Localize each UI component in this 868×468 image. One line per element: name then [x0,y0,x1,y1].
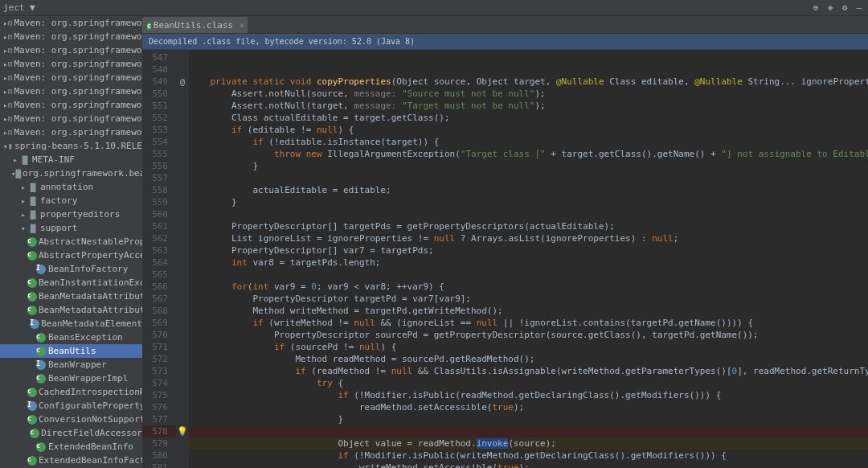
editor-tabs: c BeanUtils.class × [142,16,868,34]
tree-item[interactable]: cBeanMetadataAttribute [0,289,142,303]
line-number[interactable]: 566 [142,281,176,293]
line-number[interactable]: 576 [142,401,176,413]
tree-item[interactable]: cBeanInstantiationException [0,276,142,289]
gutter-glyph[interactable]: @ [180,77,185,86]
tree-item[interactable]: cBeanWrapperImpl [0,372,142,385]
line-number[interactable]: 562 [142,232,176,244]
tree-item[interactable]: ▸mMaven: org.springframework:spring-aop:… [0,112,142,125]
project-tree-panel: ▸mMaven: org.springframework.boot:spring… [0,16,142,468]
line-number[interactable]: 549 [142,76,176,88]
line-number[interactable]: 555 [142,148,176,160]
close-icon[interactable]: × [240,21,244,30]
line-number[interactable]: 547 [142,51,176,64]
project-tree[interactable]: ▸mMaven: org.springframework.boot:spring… [0,16,142,468]
line-number[interactable]: 558 [142,184,176,196]
tree-item[interactable]: cAbstractPropertyAccessor [0,248,142,262]
tree-item[interactable]: cExtendedBeanInfoFactory [0,454,142,467]
tree-item[interactable]: cAbstractNestablePropertyAccessor [0,235,142,248]
tree-item[interactable]: ▸mMaven: org.springframework.plugin:spri… [0,43,142,57]
tree-item[interactable]: cBeanMetadataAttributeAccessor [0,303,142,317]
line-number[interactable]: 572 [142,353,176,365]
line-number[interactable]: 556 [142,160,176,172]
line-number[interactable]: 569 [142,317,176,329]
line-number[interactable]: 554 [142,136,176,148]
line-number[interactable]: 560 [142,208,176,220]
line-number[interactable]: 564 [142,257,176,269]
project-dropdown[interactable]: ject ▼ [3,2,35,13]
tree-item[interactable]: cCachedIntrospectionResults [0,385,142,399]
tree-item[interactable]: IBeanInfoFactory [0,262,142,276]
line-number[interactable]: 575 [142,389,176,401]
expand-icon[interactable]: ✥ [825,2,836,14]
line-number[interactable]: 565 [142,269,176,281]
line-number[interactable]: 552 [142,112,176,124]
code-editor[interactable]: 5475485495505515525535545555565575585595… [142,50,868,468]
tree-item[interactable]: cBeanUtils [0,344,142,358]
locate-icon[interactable]: ⊕ [810,2,821,14]
tree-item[interactable]: ▸▇propertyeditors [0,207,142,221]
line-number[interactable]: 567 [142,293,176,305]
collapse-icon[interactable]: — [854,2,865,14]
gutter-glyphs: @💡 [176,50,189,468]
tree-item[interactable]: ▸▇META-INF [0,153,142,166]
line-number[interactable]: 573 [142,365,176,377]
tree-item[interactable]: ▸mMaven: org.springframework.cloud:sprin… [0,30,142,43]
line-number[interactable]: 574 [142,377,176,389]
decompiled-banner: Decompiled .class file, bytecode version… [142,34,868,50]
tree-item[interactable]: IBeanMetadataElement [0,317,142,330]
line-number[interactable]: 563 [142,244,176,257]
line-number[interactable]: 577 [142,413,176,425]
line-number[interactable]: 559 [142,196,176,208]
tab-label: BeanUtils.class [154,20,233,31]
tree-item[interactable]: ▸mMaven: org.springframework.boot:spring… [0,16,142,30]
gear-icon[interactable]: ⚙ [839,2,850,14]
line-number[interactable]: 561 [142,220,176,232]
tree-item[interactable]: ▸mMaven: org.springframework.security:sp… [0,84,142,98]
gutter-glyph[interactable]: 💡 [177,426,188,437]
tree-item[interactable]: IBeanWrapper [0,358,142,372]
tree-item[interactable]: ▸mMaven: org.springframework.security:sp… [0,57,142,71]
tree-item[interactable]: cExtendedBeanInfo [0,440,142,454]
tree-item[interactable]: ▾▮spring-beans-5.1.10.RELEASE.jarlibrary [0,139,142,153]
tree-item[interactable]: ▸mMaven: org.springframework:spring-bean… [0,125,142,139]
line-number[interactable]: 578 [142,425,176,437]
tree-item[interactable]: ▸mMaven: org.springframework.security:sp… [0,98,142,112]
tree-item[interactable]: cDirectFieldAccessor [0,426,142,440]
line-number[interactable]: 548 [142,64,176,76]
line-number[interactable]: 553 [142,124,176,136]
tree-item[interactable]: ▸mMaven: org.springframework.security:sp… [0,71,142,84]
line-number[interactable]: 570 [142,329,176,341]
tree-item[interactable]: ▾▇support [0,221,142,235]
line-number[interactable]: 581 [142,462,176,468]
gutter[interactable]: 5475485495505515525535545555565575585595… [142,50,176,468]
tab-beanutils[interactable]: c BeanUtils.class × [142,17,248,33]
tree-item[interactable]: ▾▇org.springframework.beans [0,166,142,180]
tree-item[interactable]: ▸▇factory [0,194,142,207]
line-number[interactable]: 557 [142,172,176,184]
line-number[interactable]: 568 [142,305,176,317]
class-file-icon: c [147,20,151,31]
line-number[interactable]: 579 [142,437,176,450]
code-content[interactable]: private static void copyProperties(Objec… [189,50,868,468]
tree-item[interactable]: cBeansException [0,330,142,344]
tree-item[interactable]: cConversionNotSupportedException [0,413,142,426]
line-number[interactable]: 550 [142,88,176,100]
project-toolbar: ject ▼ ⊕ ✥ ⚙ — [0,0,868,16]
tree-item[interactable]: ▸▇annotation [0,180,142,194]
line-number[interactable]: 580 [142,450,176,462]
tree-item[interactable]: IConfigurablePropertyAccessor [0,399,142,413]
line-number[interactable]: 551 [142,100,176,112]
line-number[interactable]: 571 [142,341,176,353]
